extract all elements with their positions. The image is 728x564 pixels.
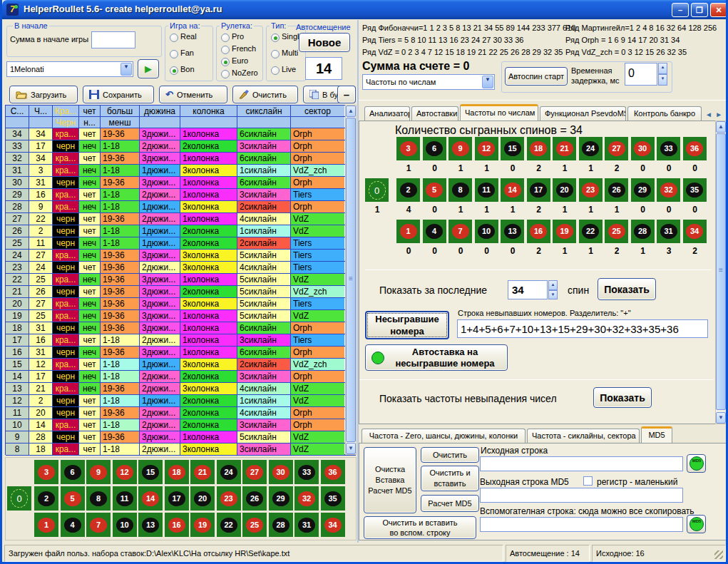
number-cell-25[interactable]: 25: [605, 220, 628, 243]
number-cell-4[interactable]: 4: [423, 220, 446, 243]
table-row[interactable]: 1120чернчет19-362дюжи...2колонка4сиклайн…: [6, 407, 356, 419]
md5-clear-paste-button[interactable]: Очистить ивставить: [421, 466, 479, 491]
number-cell-23[interactable]: 23: [217, 486, 241, 511]
show-freq-button[interactable]: Показать: [593, 387, 652, 408]
table-row[interactable]: 2916кра...чет1-182дюжи...1колонка3сиклай…: [6, 189, 356, 201]
radio-icon[interactable]: [221, 46, 230, 54]
undo-button[interactable]: ↶ Отменить: [159, 86, 227, 103]
number-cell-4[interactable]: 4: [61, 513, 85, 537]
number-cell-15[interactable]: 15: [501, 137, 524, 160]
number-cell-3[interactable]: 3: [396, 137, 420, 160]
table-row[interactable]: 2511черннеч1-181дюжи...2колонка2сиклайнT…: [6, 237, 356, 250]
autospin-button[interactable]: Автоспин старт: [505, 67, 568, 86]
radio-icon[interactable]: [170, 34, 178, 42]
number-cell-12[interactable]: 12: [113, 460, 137, 484]
tab-2[interactable]: Автоставки: [411, 106, 458, 121]
number-cell-17[interactable]: 17: [527, 178, 550, 202]
radio-icon[interactable]: [271, 50, 280, 58]
table-row[interactable]: 2225кра...неч19-363дюжи...1колонка5сикла…: [6, 274, 356, 286]
radio-icon[interactable]: [271, 66, 280, 75]
table-row[interactable]: 1512кра...чет1-181дюжи...3колонка2сиклай…: [6, 359, 356, 371]
radio-option-nozero[interactable]: NoZero: [221, 68, 258, 78]
number-cell-35[interactable]: 35: [683, 178, 707, 202]
number-cell-7[interactable]: 7: [448, 220, 472, 243]
collapse-button[interactable]: –: [337, 86, 356, 103]
number-cell-14[interactable]: 14: [138, 486, 163, 511]
radio-icon[interactable]: [221, 70, 230, 78]
show-last-spinner[interactable]: ▲▼: [548, 280, 558, 299]
scroll-up-icon[interactable]: ▲: [346, 106, 356, 117]
zero-cell[interactable]: 0: [365, 178, 389, 202]
number-cell-30[interactable]: 30: [631, 137, 655, 160]
md5-output-input[interactable]: [480, 488, 683, 503]
table-row[interactable]: 1321кра...неч19-362дюжи...3колонка4сикла…: [6, 383, 356, 395]
number-cell-8[interactable]: 8: [448, 178, 472, 202]
mode-combobox[interactable]: Частоты по числам ▼: [362, 74, 495, 90]
table-row[interactable]: 2722чернчет19-362дюжи...1колонка4сиклайн…: [6, 213, 356, 225]
table-row[interactable]: 3031черннеч19-363дюжи...1колонка6сиклайн…: [6, 177, 356, 189]
table-row[interactable]: 1716кра...чет1-182дюжи...1колонка3сиклай…: [6, 334, 356, 347]
number-cell-1[interactable]: 1: [396, 220, 420, 243]
number-cell-19[interactable]: 19: [553, 220, 576, 243]
number-cell-2[interactable]: 2: [34, 486, 58, 511]
number-cell-26[interactable]: 26: [242, 486, 267, 511]
table-row[interactable]: 289кра...неч1-181дюжи...3колонка2сиклайн…: [6, 201, 356, 213]
number-cell-29[interactable]: 29: [269, 486, 293, 511]
number-cell-23[interactable]: 23: [579, 178, 603, 202]
show-button[interactable]: Показать: [598, 278, 656, 300]
radio-option-euro[interactable]: Euro: [221, 56, 248, 66]
number-cell-10[interactable]: 10: [475, 220, 498, 243]
autobet-unplayed-button[interactable]: Автоставка нанесыгравшие номера: [365, 344, 508, 371]
radio-option-live[interactable]: Live: [271, 65, 296, 75]
md5-aux-clear-button[interactable]: Очистить и вставитьво вспом. строку: [364, 516, 476, 539]
number-cell-9[interactable]: 9: [86, 460, 111, 484]
number-cell-22[interactable]: 22: [217, 513, 241, 537]
number-cell-18[interactable]: 18: [527, 137, 550, 160]
load-button[interactable]: Загрузить: [9, 86, 78, 103]
number-cell-10[interactable]: 10: [113, 513, 137, 537]
clear-button[interactable]: Очистить: [232, 86, 298, 103]
table-row[interactable]: 1925кра...неч19-363дюжи...1колонка5сикла…: [6, 310, 356, 322]
number-cell-26[interactable]: 26: [605, 178, 628, 202]
show-last-value[interactable]: 34: [508, 280, 548, 299]
md5-calc-button[interactable]: Расчет MD5: [421, 495, 479, 512]
bottom-tab-1[interactable]: Частота - Zero, шансы, дюжины, колонки: [362, 429, 526, 443]
save-button[interactable]: Сохранить: [83, 86, 154, 103]
number-cell-31[interactable]: 31: [657, 220, 680, 243]
register-checkbox[interactable]: [583, 476, 593, 486]
radio-icon[interactable]: [170, 50, 178, 58]
table-row[interactable]: 1831черннеч19-363дюжи...1колонка6сиклайн…: [6, 322, 356, 334]
table-row[interactable]: 2324чернчет19-362дюжи...3колонка4сиклайн…: [6, 262, 356, 274]
preset-combobox[interactable]: 1Melonati ▼: [6, 61, 133, 77]
zero-cell[interactable]: 0: [7, 486, 31, 511]
number-cell-24[interactable]: 24: [217, 460, 241, 484]
table-row[interactable]: 818кра...чет1-182дюжи...3колонка3сиклайн…: [6, 443, 356, 456]
number-cell-36[interactable]: 36: [683, 137, 707, 160]
md5-source-input[interactable]: [480, 456, 683, 471]
number-cell-1[interactable]: 1: [34, 513, 58, 537]
table-row[interactable]: 122чернчет1-181дюжи...2колонка1сиклайнVd…: [6, 395, 356, 407]
scroll-down-icon[interactable]: ▼: [716, 412, 726, 424]
chevron-down-icon[interactable]: ▼: [482, 76, 493, 88]
results-table[interactable]: С...Ч...Кра...четбольшдюжинаколонкасиксл…: [5, 105, 357, 455]
number-cell-22[interactable]: 22: [579, 220, 603, 243]
number-cell-6[interactable]: 6: [61, 460, 85, 484]
number-cell-14[interactable]: 14: [501, 178, 524, 202]
table-row[interactable]: 1631черннеч19-363дюжи...1колонка6сиклайн…: [6, 347, 356, 359]
number-cell-29[interactable]: 29: [631, 178, 655, 202]
number-cell-20[interactable]: 20: [190, 486, 215, 511]
table-scrollbar-thumb[interactable]: [346, 118, 356, 442]
start-sum-input[interactable]: [91, 31, 135, 48]
table-row[interactable]: 2126чернчет19-363дюжи...2колонка5сиклайн…: [6, 286, 356, 298]
radio-option-real[interactable]: Real: [170, 32, 197, 42]
radio-icon[interactable]: [221, 58, 230, 66]
play-button[interactable]: ▶: [138, 59, 159, 78]
number-cell-16[interactable]: 16: [165, 513, 189, 537]
number-cell-11[interactable]: 11: [475, 178, 498, 202]
radio-icon[interactable]: [170, 66, 178, 75]
number-cell-30[interactable]: 30: [269, 460, 293, 484]
number-cell-8[interactable]: 8: [86, 486, 111, 511]
number-cell-19[interactable]: 19: [190, 513, 215, 537]
scroll-down-icon[interactable]: ▼: [346, 443, 356, 454]
number-cell-21[interactable]: 21: [553, 137, 576, 160]
